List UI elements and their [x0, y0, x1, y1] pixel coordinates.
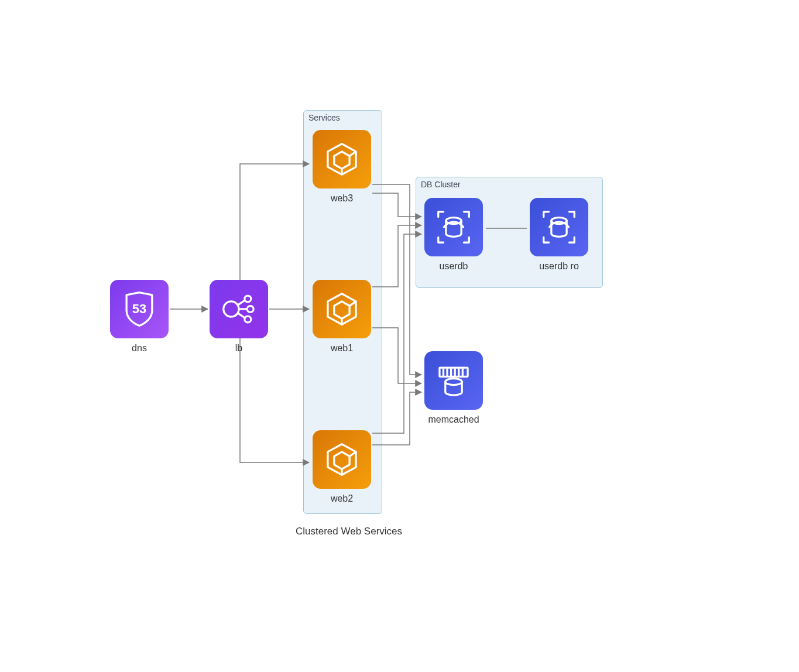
node-web1: web1 [313, 280, 371, 354]
rds-icon [424, 198, 483, 256]
ecs-icon [313, 130, 371, 188]
svg-text:53: 53 [132, 301, 146, 316]
node-dns: 53 dns [110, 280, 169, 354]
rds-icon [530, 198, 588, 256]
node-web2-label: web2 [313, 493, 371, 504]
node-web3-label: web3 [313, 193, 371, 204]
svg-point-3 [247, 306, 253, 313]
elb-icon [210, 280, 268, 338]
svg-line-5 [238, 300, 245, 306]
node-userdbro: userdb ro [530, 198, 588, 272]
node-memcached-label: memcached [424, 414, 483, 425]
node-userdb-label: userdb [424, 261, 483, 272]
svg-point-1 [224, 301, 239, 317]
svg-point-2 [245, 296, 251, 302]
node-userdb: userdb [424, 198, 483, 272]
svg-line-7 [238, 313, 245, 318]
svg-point-23 [445, 379, 462, 385]
group-services-title: Services [308, 113, 340, 122]
ecs-icon [313, 280, 371, 338]
node-lb-label: lb [210, 343, 268, 354]
svg-point-4 [245, 316, 251, 323]
ecs-icon [313, 430, 371, 489]
elasticache-icon [424, 351, 483, 410]
node-dns-label: dns [110, 343, 169, 354]
node-web2: web2 [313, 430, 371, 504]
node-web1-label: web1 [313, 343, 371, 354]
node-memcached: memcached [424, 351, 483, 425]
route53-icon: 53 [110, 280, 169, 338]
node-userdbro-label: userdb ro [530, 261, 588, 272]
node-lb: lb [210, 280, 268, 354]
diagram-canvas: Services DB Cluster [0, 0, 799, 672]
group-dbcluster-title: DB Cluster [421, 180, 461, 189]
node-web3: web3 [313, 130, 371, 204]
diagram-caption: Clustered Web Services [296, 526, 402, 537]
